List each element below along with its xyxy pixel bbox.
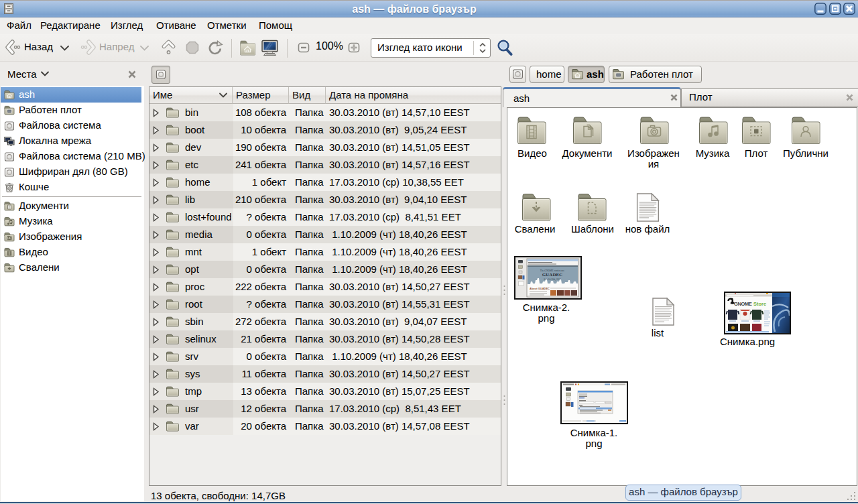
- svg-text:GUADEC: GUADEC: [542, 272, 562, 277]
- svg-text:Store: Store: [753, 301, 766, 307]
- svg-text:About GUADEC: About GUADEC: [530, 287, 550, 290]
- svg-text:GNOME: GNOME: [734, 301, 752, 307]
